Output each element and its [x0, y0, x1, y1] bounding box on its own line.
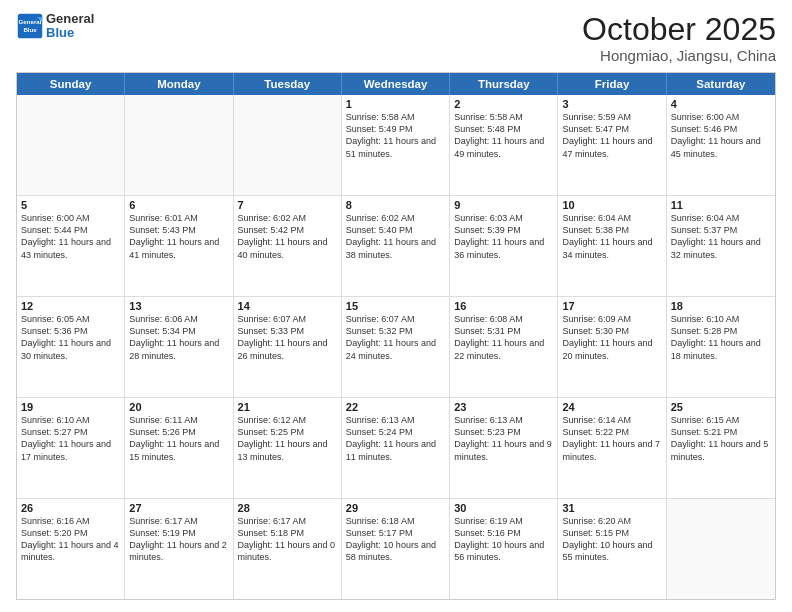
calendar-cell: 22Sunrise: 6:13 AM Sunset: 5:24 PM Dayli… [342, 398, 450, 498]
day-info: Sunrise: 6:03 AM Sunset: 5:39 PM Dayligh… [454, 212, 553, 261]
day-info: Sunrise: 6:13 AM Sunset: 5:24 PM Dayligh… [346, 414, 445, 463]
calendar-row-0: 1Sunrise: 5:58 AM Sunset: 5:49 PM Daylig… [17, 95, 775, 196]
day-number: 1 [346, 98, 445, 110]
day-header-sunday: Sunday [17, 73, 125, 95]
calendar-cell [17, 95, 125, 195]
day-info: Sunrise: 6:02 AM Sunset: 5:40 PM Dayligh… [346, 212, 445, 261]
day-number: 7 [238, 199, 337, 211]
day-number: 6 [129, 199, 228, 211]
calendar-row-1: 5Sunrise: 6:00 AM Sunset: 5:44 PM Daylig… [17, 196, 775, 297]
day-info: Sunrise: 6:05 AM Sunset: 5:36 PM Dayligh… [21, 313, 120, 362]
day-number: 26 [21, 502, 120, 514]
title-block: October 2025 Hongmiao, Jiangsu, China [582, 12, 776, 64]
day-number: 29 [346, 502, 445, 514]
calendar: SundayMondayTuesdayWednesdayThursdayFrid… [16, 72, 776, 600]
logo-general: General [46, 12, 94, 26]
day-info: Sunrise: 6:11 AM Sunset: 5:26 PM Dayligh… [129, 414, 228, 463]
calendar-cell: 17Sunrise: 6:09 AM Sunset: 5:30 PM Dayli… [558, 297, 666, 397]
day-info: Sunrise: 6:07 AM Sunset: 5:32 PM Dayligh… [346, 313, 445, 362]
day-number: 20 [129, 401, 228, 413]
day-number: 4 [671, 98, 771, 110]
calendar-cell: 1Sunrise: 5:58 AM Sunset: 5:49 PM Daylig… [342, 95, 450, 195]
calendar-subtitle: Hongmiao, Jiangsu, China [582, 47, 776, 64]
calendar-cell [125, 95, 233, 195]
calendar-cell: 13Sunrise: 6:06 AM Sunset: 5:34 PM Dayli… [125, 297, 233, 397]
calendar-cell: 9Sunrise: 6:03 AM Sunset: 5:39 PM Daylig… [450, 196, 558, 296]
calendar-cell: 25Sunrise: 6:15 AM Sunset: 5:21 PM Dayli… [667, 398, 775, 498]
day-info: Sunrise: 6:14 AM Sunset: 5:22 PM Dayligh… [562, 414, 661, 463]
day-number: 11 [671, 199, 771, 211]
calendar-cell: 7Sunrise: 6:02 AM Sunset: 5:42 PM Daylig… [234, 196, 342, 296]
day-info: Sunrise: 6:07 AM Sunset: 5:33 PM Dayligh… [238, 313, 337, 362]
day-info: Sunrise: 6:01 AM Sunset: 5:43 PM Dayligh… [129, 212, 228, 261]
day-info: Sunrise: 6:10 AM Sunset: 5:28 PM Dayligh… [671, 313, 771, 362]
logo-icon: General Blue [16, 12, 44, 40]
day-number: 14 [238, 300, 337, 312]
calendar-row-2: 12Sunrise: 6:05 AM Sunset: 5:36 PM Dayli… [17, 297, 775, 398]
calendar-cell: 31Sunrise: 6:20 AM Sunset: 5:15 PM Dayli… [558, 499, 666, 599]
day-info: Sunrise: 6:00 AM Sunset: 5:44 PM Dayligh… [21, 212, 120, 261]
day-header-friday: Friday [558, 73, 666, 95]
calendar-row-4: 26Sunrise: 6:16 AM Sunset: 5:20 PM Dayli… [17, 499, 775, 599]
logo: General Blue General Blue [16, 12, 94, 41]
day-number: 16 [454, 300, 553, 312]
day-info: Sunrise: 6:09 AM Sunset: 5:30 PM Dayligh… [562, 313, 661, 362]
calendar-header: SundayMondayTuesdayWednesdayThursdayFrid… [17, 73, 775, 95]
calendar-cell: 20Sunrise: 6:11 AM Sunset: 5:26 PM Dayli… [125, 398, 233, 498]
day-info: Sunrise: 6:17 AM Sunset: 5:18 PM Dayligh… [238, 515, 337, 564]
day-number: 21 [238, 401, 337, 413]
day-info: Sunrise: 6:00 AM Sunset: 5:46 PM Dayligh… [671, 111, 771, 160]
day-info: Sunrise: 5:58 AM Sunset: 5:49 PM Dayligh… [346, 111, 445, 160]
calendar-body: 1Sunrise: 5:58 AM Sunset: 5:49 PM Daylig… [17, 95, 775, 599]
day-number: 12 [21, 300, 120, 312]
calendar-cell: 10Sunrise: 6:04 AM Sunset: 5:38 PM Dayli… [558, 196, 666, 296]
calendar-cell: 11Sunrise: 6:04 AM Sunset: 5:37 PM Dayli… [667, 196, 775, 296]
day-info: Sunrise: 6:20 AM Sunset: 5:15 PM Dayligh… [562, 515, 661, 564]
day-number: 8 [346, 199, 445, 211]
day-number: 2 [454, 98, 553, 110]
day-number: 19 [21, 401, 120, 413]
day-number: 9 [454, 199, 553, 211]
svg-text:General: General [19, 19, 42, 26]
day-info: Sunrise: 6:04 AM Sunset: 5:37 PM Dayligh… [671, 212, 771, 261]
day-number: 10 [562, 199, 661, 211]
logo-text: General Blue [46, 12, 94, 41]
day-number: 30 [454, 502, 553, 514]
day-info: Sunrise: 6:12 AM Sunset: 5:25 PM Dayligh… [238, 414, 337, 463]
day-number: 27 [129, 502, 228, 514]
calendar-cell: 3Sunrise: 5:59 AM Sunset: 5:47 PM Daylig… [558, 95, 666, 195]
calendar-cell [667, 499, 775, 599]
calendar-cell: 12Sunrise: 6:05 AM Sunset: 5:36 PM Dayli… [17, 297, 125, 397]
day-info: Sunrise: 6:17 AM Sunset: 5:19 PM Dayligh… [129, 515, 228, 564]
calendar-cell: 15Sunrise: 6:07 AM Sunset: 5:32 PM Dayli… [342, 297, 450, 397]
calendar-cell: 18Sunrise: 6:10 AM Sunset: 5:28 PM Dayli… [667, 297, 775, 397]
day-header-saturday: Saturday [667, 73, 775, 95]
calendar-title: October 2025 [582, 12, 776, 47]
calendar-page: General Blue General Blue October 2025 H… [0, 0, 792, 612]
day-number: 15 [346, 300, 445, 312]
calendar-cell: 24Sunrise: 6:14 AM Sunset: 5:22 PM Dayli… [558, 398, 666, 498]
day-number: 17 [562, 300, 661, 312]
day-info: Sunrise: 5:59 AM Sunset: 5:47 PM Dayligh… [562, 111, 661, 160]
calendar-cell: 29Sunrise: 6:18 AM Sunset: 5:17 PM Dayli… [342, 499, 450, 599]
calendar-cell: 4Sunrise: 6:00 AM Sunset: 5:46 PM Daylig… [667, 95, 775, 195]
day-info: Sunrise: 6:18 AM Sunset: 5:17 PM Dayligh… [346, 515, 445, 564]
calendar-cell: 27Sunrise: 6:17 AM Sunset: 5:19 PM Dayli… [125, 499, 233, 599]
calendar-cell: 16Sunrise: 6:08 AM Sunset: 5:31 PM Dayli… [450, 297, 558, 397]
calendar-cell: 21Sunrise: 6:12 AM Sunset: 5:25 PM Dayli… [234, 398, 342, 498]
calendar-cell: 2Sunrise: 5:58 AM Sunset: 5:48 PM Daylig… [450, 95, 558, 195]
day-number: 24 [562, 401, 661, 413]
day-info: Sunrise: 6:16 AM Sunset: 5:20 PM Dayligh… [21, 515, 120, 564]
day-number: 22 [346, 401, 445, 413]
calendar-cell: 8Sunrise: 6:02 AM Sunset: 5:40 PM Daylig… [342, 196, 450, 296]
day-header-wednesday: Wednesday [342, 73, 450, 95]
day-number: 3 [562, 98, 661, 110]
day-number: 13 [129, 300, 228, 312]
day-info: Sunrise: 5:58 AM Sunset: 5:48 PM Dayligh… [454, 111, 553, 160]
calendar-row-3: 19Sunrise: 6:10 AM Sunset: 5:27 PM Dayli… [17, 398, 775, 499]
day-number: 18 [671, 300, 771, 312]
calendar-cell: 28Sunrise: 6:17 AM Sunset: 5:18 PM Dayli… [234, 499, 342, 599]
logo-blue: Blue [46, 26, 94, 40]
day-info: Sunrise: 6:19 AM Sunset: 5:16 PM Dayligh… [454, 515, 553, 564]
calendar-cell: 26Sunrise: 6:16 AM Sunset: 5:20 PM Dayli… [17, 499, 125, 599]
